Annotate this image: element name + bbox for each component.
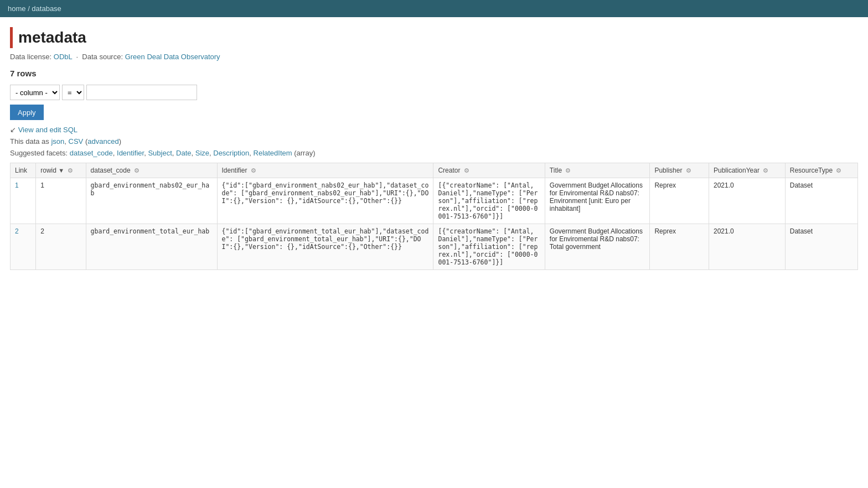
gear-icon-creator[interactable]: ⚙ xyxy=(464,167,469,174)
top-navigation: home / database xyxy=(0,0,868,17)
data-table: Link rowid ▼ ⚙ dataset_code ⚙ Identifier… xyxy=(10,163,858,270)
csv-link[interactable]: CSV xyxy=(69,137,84,146)
sort-arrow-rowid[interactable]: ▼ xyxy=(58,167,64,174)
th-link: Link xyxy=(11,163,36,178)
cell-rowid: 2 xyxy=(36,224,86,270)
advanced-link[interactable]: advanced xyxy=(87,137,118,146)
breadcrumb: home / database xyxy=(8,4,61,13)
source-label: Data source: xyxy=(82,53,123,61)
th-resource-type: ResourceType ⚙ xyxy=(785,163,857,178)
th-dataset-code: dataset_code ⚙ xyxy=(86,163,217,178)
cell-resource-type: Dataset xyxy=(785,178,857,224)
data-format-row: This data as json, CSV (advanced) xyxy=(10,137,858,146)
cell-dataset-code: gbard_environment_nabs02_eur_hab xyxy=(86,178,217,224)
gear-icon-title[interactable]: ⚙ xyxy=(565,167,571,174)
cell-publisher: Reprex xyxy=(650,224,709,270)
th-identifier: Identifier ⚙ xyxy=(217,163,433,178)
row-count: 7 rows xyxy=(10,69,858,78)
license-link[interactable]: ODbL xyxy=(54,53,72,61)
page-content: metadata Data license: ODbL · Data sourc… xyxy=(0,17,868,270)
array-note: (array) xyxy=(294,149,315,157)
license-row: Data license: ODbL · Data source: Green … xyxy=(10,53,858,61)
gear-icon-restype[interactable]: ⚙ xyxy=(836,167,841,174)
title-accent xyxy=(10,27,13,48)
cell-publisher: Reprex xyxy=(650,178,709,224)
facet-dataset-code[interactable]: dataset_code xyxy=(70,149,113,157)
th-publisher: Publisher ⚙ xyxy=(650,163,709,178)
gear-icon-identifier[interactable]: ⚙ xyxy=(251,167,256,174)
filter-row: - column - = xyxy=(10,85,858,100)
format-prefix: This data as xyxy=(10,137,49,146)
cell-publication-year: 2021.0 xyxy=(709,224,786,270)
cell-identifier: {"id":["gbard_environment_total_eur_hab"… xyxy=(217,224,433,270)
source-link[interactable]: Green Deal Data Observatory xyxy=(125,53,220,61)
th-title: Title ⚙ xyxy=(545,163,650,178)
cell-creator: [{"creatorName": ["Antal, Daniel"],"name… xyxy=(433,224,545,270)
operator-select[interactable]: = xyxy=(62,85,84,100)
cell-rowid: 1 xyxy=(36,178,86,224)
th-rowid: rowid ▼ ⚙ xyxy=(36,163,86,178)
cell-resource-type: Dataset xyxy=(785,224,857,270)
cell-dataset-code: gbard_environment_total_eur_hab xyxy=(86,224,217,270)
cell-title: Government Budget Allocations for Enviro… xyxy=(545,224,650,270)
table-row: 22gbard_environment_total_eur_hab{"id":[… xyxy=(11,224,858,270)
cell-title: Government Budget Allocations for Enviro… xyxy=(545,178,650,224)
cell-identifier: {"id":["gbard_environment_nabs02_eur_hab… xyxy=(217,178,433,224)
th-publication-year: PublicationYear ⚙ xyxy=(709,163,786,178)
facet-size[interactable]: Size xyxy=(195,149,209,157)
cell-link[interactable]: 1 xyxy=(11,178,36,224)
suggested-prefix: Suggested facets: xyxy=(10,149,68,157)
sql-link-row: ↙ View and edit SQL xyxy=(10,126,858,134)
suggested-facets: Suggested facets: dataset_code, Identifi… xyxy=(10,149,858,157)
cell-publication-year: 2021.0 xyxy=(709,178,786,224)
filter-value-input[interactable] xyxy=(86,85,197,100)
gear-icon-dataset[interactable]: ⚙ xyxy=(134,167,140,174)
gear-icon-pubyear[interactable]: ⚙ xyxy=(763,167,768,174)
gear-icon-publisher[interactable]: ⚙ xyxy=(686,167,691,174)
facet-relateditem[interactable]: RelatedItem xyxy=(254,149,292,157)
gear-icon-rowid[interactable]: ⚙ xyxy=(68,167,73,174)
license-label: Data license: xyxy=(10,53,51,61)
facet-identifier[interactable]: Identifier xyxy=(117,149,144,157)
json-link[interactable]: json xyxy=(51,137,64,146)
cell-link[interactable]: 2 xyxy=(11,224,36,270)
view-edit-sql-link[interactable]: View and edit SQL xyxy=(18,126,78,134)
facet-description[interactable]: Description xyxy=(213,149,249,157)
cell-creator: [{"creatorName": ["Antal, Daniel"],"name… xyxy=(433,178,545,224)
facet-subject[interactable]: Subject xyxy=(148,149,172,157)
page-title: metadata xyxy=(18,29,86,46)
facet-date[interactable]: Date xyxy=(176,149,191,157)
column-select[interactable]: - column - xyxy=(10,85,60,100)
title-row: metadata xyxy=(10,27,858,48)
table-row: 11gbard_environment_nabs02_eur_hab{"id":… xyxy=(11,178,858,224)
th-creator: Creator ⚙ xyxy=(433,163,545,178)
apply-button[interactable]: Apply xyxy=(10,105,44,120)
